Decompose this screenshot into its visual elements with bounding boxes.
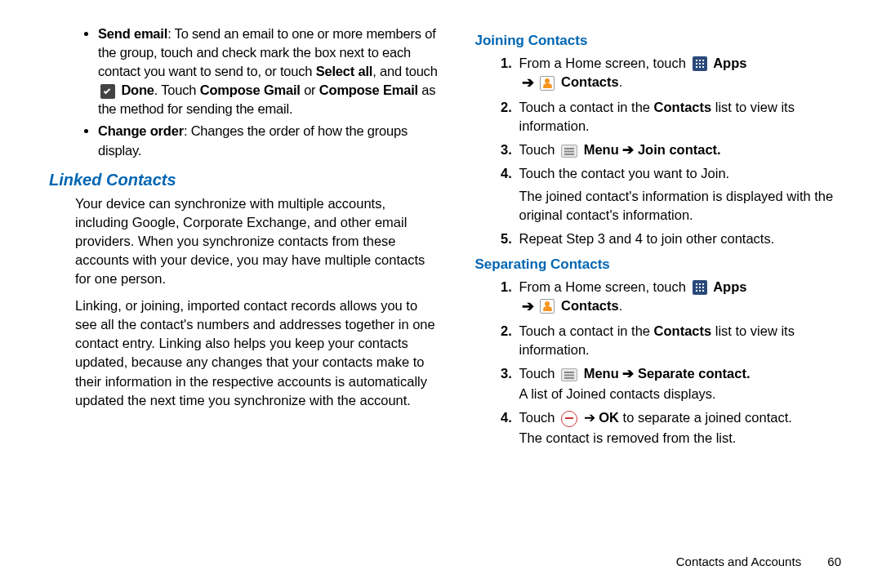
separating-contacts-heading: Separating Contacts <box>474 255 849 274</box>
t: Repeat Step 3 and 4 to join other contac… <box>519 231 774 246</box>
joining-contacts-heading: Joining Contacts <box>474 31 849 51</box>
manual-page: Send email: To send an email to one or m… <box>0 0 882 588</box>
t: Touch <box>519 366 559 381</box>
page-footer: Contacts and Accounts 60 <box>676 555 841 568</box>
t: or <box>301 82 319 97</box>
bullet-change-order: Change order: Changes the order of how t… <box>98 122 442 159</box>
compose-gmail-label: Compose Gmail <box>200 82 301 97</box>
join-result-text: The joined contact's information is disp… <box>519 187 849 225</box>
footer-page-number: 60 <box>827 555 841 568</box>
separating-steps: From a Home screen, touch Apps ➔ Contact… <box>474 278 849 448</box>
t: Touch a contact in the <box>519 100 653 114</box>
contact-icon <box>540 76 555 91</box>
sep-step-3: Touch Menu ➔ Separate contact. A list of… <box>515 364 849 403</box>
contact-icon <box>540 299 555 314</box>
t: Touch a contact in the <box>519 323 653 338</box>
join-step-2: Touch a contact in the Contacts list to … <box>515 98 849 136</box>
sep-removed-text: The contact is removed from the list. <box>519 429 849 448</box>
select-all-label: Select all <box>316 64 373 78</box>
contacts-label: Contacts <box>561 74 619 89</box>
compose-email-label: Compose Email <box>319 82 418 97</box>
ok-label: OK <box>599 410 619 425</box>
sep-step-1: From a Home screen, touch Apps ➔ Contact… <box>515 278 849 317</box>
footer-section: Contacts and Accounts <box>676 555 801 568</box>
apps-label: Apps <box>713 279 746 294</box>
t: to separate a joined contact. <box>619 410 792 425</box>
linked-p2: Linking, or joining, imported contact re… <box>75 296 442 410</box>
send-email-label: Send email <box>98 26 167 41</box>
sep-step-4: Touch ➔ OK to separate a joined contact.… <box>515 408 849 448</box>
arrow-icon: ➔ <box>522 74 534 91</box>
sep-step-2: Touch a contact in the Contacts list to … <box>515 322 849 359</box>
left-column: Send email: To send an email to one or m… <box>49 24 442 564</box>
join-step-4: Touch the contact you want to Join. The … <box>515 164 849 224</box>
group-options-list: Send email: To send an email to one or m… <box>49 24 442 160</box>
join-step-5: Repeat Step 3 and 4 to join other contac… <box>515 229 849 248</box>
arrow-text: ➔ <box>580 410 599 425</box>
contacts-bold: Contacts <box>654 323 712 338</box>
menu-join-label: Menu ➔ Join contact. <box>584 142 721 157</box>
contacts-label: Contacts <box>561 298 619 313</box>
linked-contacts-heading: Linked Contacts <box>49 168 442 191</box>
t: . Touch <box>154 82 200 97</box>
t: Touch <box>519 410 559 425</box>
linked-p1: Your device can synchronize with multipl… <box>75 194 442 288</box>
t: Touch <box>519 142 559 157</box>
menu-separate-label: Menu ➔ Separate contact. <box>584 366 751 381</box>
t: , and touch <box>372 64 437 78</box>
joining-steps: From a Home screen, touch Apps ➔ Contact… <box>474 54 849 248</box>
menu-icon <box>561 368 577 381</box>
join-step-1: From a Home screen, touch Apps ➔ Contact… <box>515 54 849 93</box>
t: Touch the contact you want to Join. <box>519 166 729 180</box>
menu-icon <box>561 145 577 158</box>
t: From a Home screen, touch <box>519 56 689 70</box>
apps-grid-icon <box>693 280 707 295</box>
right-column: Joining Contacts From a Home screen, tou… <box>474 24 849 564</box>
arrow-icon: ➔ <box>522 298 534 314</box>
remove-circle-icon <box>561 411 577 427</box>
apps-grid-icon <box>693 56 707 71</box>
done-label: Done <box>121 82 154 97</box>
change-order-label: Change order <box>98 123 184 138</box>
bullet-send-email: Send email: To send an email to one or m… <box>98 24 442 118</box>
apps-label: Apps <box>713 56 746 70</box>
sep-list-text: A list of Joined contacts displays. <box>519 385 849 403</box>
join-step-3: Touch Menu ➔ Join contact. <box>515 140 849 159</box>
contacts-bold: Contacts <box>654 100 712 114</box>
check-icon <box>100 84 115 99</box>
t: From a Home screen, touch <box>519 279 689 294</box>
